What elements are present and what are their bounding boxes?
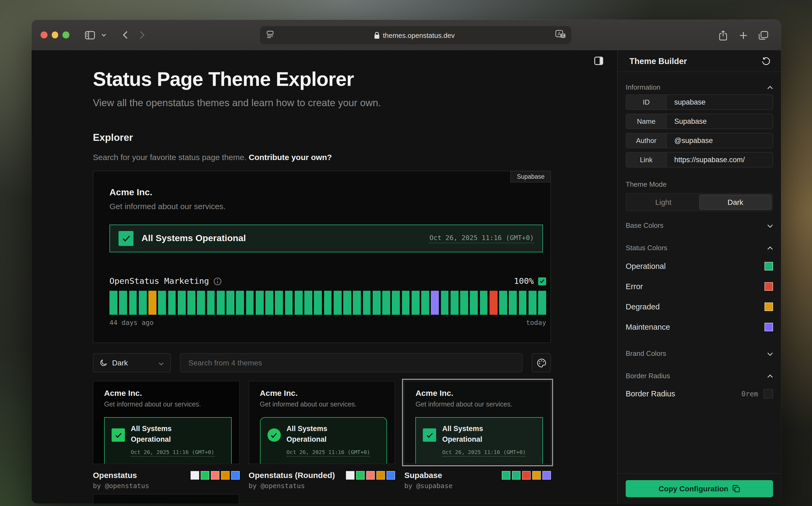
error-color-picker[interactable]: [764, 282, 773, 291]
copy-configuration-button[interactable]: Copy Configuration: [626, 480, 773, 497]
chevron-up-icon: [767, 244, 773, 252]
share-icon[interactable]: [715, 27, 731, 43]
mini-tagline: Get informed about our services.: [260, 401, 394, 408]
uptime-bar-operational: [285, 291, 293, 315]
theme-name: Supabase: [404, 471, 442, 480]
translate-icon[interactable]: A 文: [555, 29, 566, 41]
section-border-radius[interactable]: Border Radius: [626, 368, 773, 383]
operational-check-icon: [119, 231, 134, 246]
theme-swatches: [502, 471, 551, 479]
uptime-percentage: 100%: [514, 276, 534, 286]
section-base-colors[interactable]: Base Colors: [626, 218, 773, 233]
reader-icon[interactable]: [267, 30, 274, 40]
theme-card-partial[interactable]: Acme Inc. Get informed about our service…: [93, 494, 239, 504]
uptime-bar-operational: [373, 291, 381, 315]
uptime-bar-operational: [402, 291, 410, 315]
uptime-bar-operational: [334, 291, 342, 315]
mini-timestamp: Oct 26, 2025 11:16 (GMT+0): [131, 449, 214, 457]
mini-company: Acme Inc.: [260, 389, 394, 398]
mini-tagline: Get informed about our services.: [104, 401, 239, 408]
theme-mode-value: Dark: [112, 358, 128, 367]
mini-status-banner: All Systems Operational Oct 26, 2025 11:…: [416, 417, 543, 464]
section-brand-colors[interactable]: Brand Colors: [626, 346, 773, 361]
maintenance-color-picker[interactable]: [764, 323, 773, 331]
theme-mode-segment: Light Dark: [626, 193, 773, 211]
page-subtitle: View all the openstatus themes and learn…: [93, 97, 551, 109]
section-information[interactable]: Information: [626, 80, 773, 94]
uptime-bar-operational: [295, 291, 303, 315]
theme-card-openstatus-rounded[interactable]: Acme Inc. Get informed about our service…: [248, 381, 395, 490]
mini-timestamp: Oct 26, 2025 11:16 (GMT+0): [442, 449, 526, 457]
uptime-bar-operational: [139, 291, 147, 315]
lock-icon: [374, 32, 380, 39]
id-input[interactable]: supabase: [667, 95, 772, 109]
author-input[interactable]: @supabase: [667, 134, 772, 148]
reset-icon[interactable]: [760, 55, 772, 67]
theme-card-supabase[interactable]: Acme Inc. Get informed about our service…: [404, 381, 551, 490]
uptime-bar-operational: [470, 291, 478, 315]
theme-swatches: [190, 471, 239, 479]
theme-mode-label: Theme Mode: [626, 180, 773, 188]
link-input[interactable]: https://supabase.com/: [667, 153, 772, 167]
page-title: Status Page Theme Explorer: [93, 68, 551, 91]
theme-badge: Supabase: [510, 171, 551, 182]
zoom-window-button[interactable]: [63, 32, 69, 38]
uptime-bar-operational: [275, 291, 283, 315]
degraded-color-picker[interactable]: [764, 303, 773, 311]
theme-search-input[interactable]: [180, 353, 523, 372]
uptime-bar-operational: [119, 291, 127, 315]
info-icon[interactable]: [213, 277, 221, 285]
field-author: Author @supabase: [626, 133, 773, 148]
section-status-colors[interactable]: Status Colors: [626, 240, 773, 255]
uptime-bar-operational: [460, 291, 468, 315]
mode-dark-option[interactable]: Dark: [699, 195, 771, 209]
theme-card-openstatus[interactable]: Acme Inc. Get informed about our service…: [93, 381, 239, 490]
uptime-bar-operational: [256, 291, 264, 315]
chevron-down-icon: [767, 349, 773, 357]
uptime-bar-operational: [421, 291, 429, 315]
uptime-bar-operational: [519, 291, 527, 315]
theme-name: Openstatus (Rounded): [248, 471, 335, 480]
explorer-controls: Dark: [93, 353, 551, 372]
bars-end-label: today: [526, 319, 546, 327]
border-radius-input[interactable]: [763, 389, 773, 399]
uptime-checkbox-icon[interactable]: [538, 277, 546, 285]
traffic-lights: [41, 32, 69, 38]
chevron-down-icon[interactable]: [99, 27, 108, 43]
field-link: Link https://supabase.com/: [626, 152, 773, 168]
sidebar-toggle-icon[interactable]: [82, 27, 98, 43]
uptime-bar-operational: [265, 291, 273, 315]
theme-mode-dropdown[interactable]: Dark: [93, 353, 171, 372]
explorer-heading: Explorer: [93, 132, 551, 144]
uptime-bar-operational: [441, 291, 449, 315]
panel-right-toggle-icon[interactable]: [594, 57, 603, 66]
forward-button[interactable]: [134, 27, 150, 43]
moon-icon: [100, 359, 107, 366]
theme-builder-panel: Theme Builder Information: [617, 51, 781, 504]
nav-controls: [82, 27, 150, 43]
status-banner-title: All Systems Operational: [142, 233, 246, 244]
mode-light-option[interactable]: Light: [627, 195, 699, 209]
uptime-bar-error: [490, 291, 498, 315]
mini-company: Acme Inc.: [416, 389, 550, 398]
uptime-bar-operational: [178, 291, 186, 315]
operational-color-picker[interactable]: [764, 262, 773, 270]
url-text: themes.openstatus.dev: [383, 31, 455, 39]
palette-icon[interactable]: [532, 353, 551, 372]
new-tab-icon[interactable]: [735, 27, 751, 43]
theme-swatches: [346, 471, 395, 479]
mini-check-icon: [112, 428, 125, 442]
name-input[interactable]: Supabase: [667, 114, 772, 129]
minimize-window-button[interactable]: [52, 32, 58, 38]
field-id: ID supabase: [626, 94, 773, 110]
uptime-bar-operational: [528, 291, 536, 315]
theme-author: by @supabase: [404, 482, 551, 490]
contribute-link[interactable]: Contribute your own?: [249, 153, 332, 162]
back-button[interactable]: [117, 27, 133, 43]
chevron-down-icon: [767, 221, 773, 229]
tab-overview-icon[interactable]: [755, 27, 771, 43]
close-window-button[interactable]: [41, 32, 47, 38]
uptime-bar-operational: [538, 291, 546, 315]
preview-company-name: Acme Inc.: [109, 187, 547, 198]
address-bar[interactable]: themes.openstatus.dev A 文: [260, 26, 571, 44]
